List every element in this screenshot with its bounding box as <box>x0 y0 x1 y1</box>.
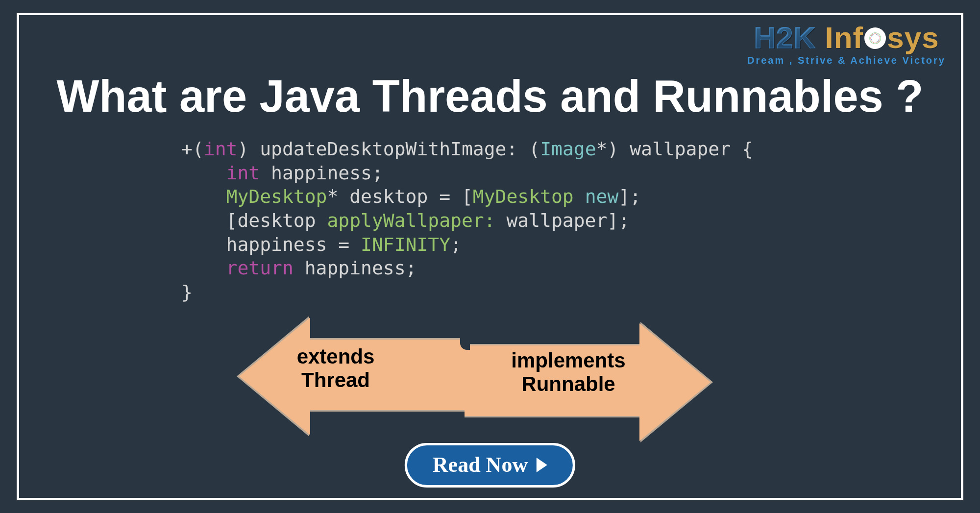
logo-text: H2K Infsys <box>747 23 946 53</box>
arrows-diagram: extendsThread implementsRunnable <box>245 299 735 441</box>
logo-part2-pre: Inf <box>825 21 864 54</box>
arrow-left-label: extendsThread <box>260 345 412 392</box>
logo-tagline: Dream , Strive & Achieve Victory <box>747 55 946 66</box>
brand-logo: H2K Infsys Dream , Strive & Achieve Vict… <box>747 23 946 66</box>
read-now-button[interactable]: Read Now <box>405 443 575 488</box>
cta-label: Read Now <box>433 452 528 477</box>
logo-part1: H2K <box>754 21 816 54</box>
chevron-right-icon <box>537 458 547 472</box>
globe-icon <box>864 27 886 49</box>
arrow-right-label: implementsRunnable <box>480 349 657 396</box>
logo-part2: Infsys <box>825 21 939 54</box>
logo-part2-post: sys <box>887 21 939 54</box>
page-title: What are Java Threads and Runnables ? <box>0 71 980 122</box>
code-block: +(int) updateDesktopWithImage: (Image*) … <box>181 137 753 304</box>
